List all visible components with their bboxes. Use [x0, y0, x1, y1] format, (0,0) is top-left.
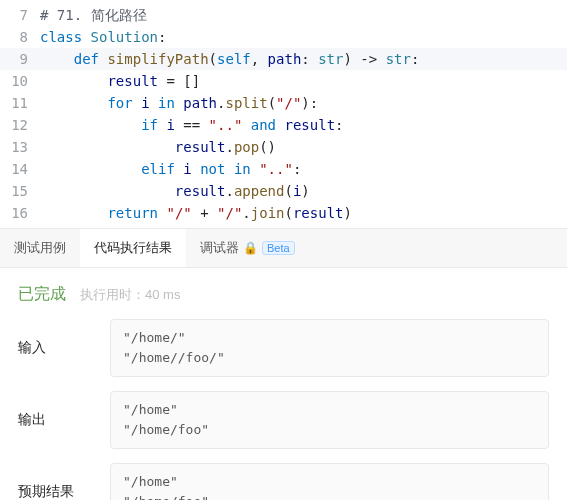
runtime-text: 执行用时：40 ms: [80, 286, 180, 304]
line-number: 10: [0, 70, 40, 92]
code-line[interactable]: 12 if i == ".." and result:: [0, 114, 567, 136]
code-line[interactable]: 8class Solution:: [0, 26, 567, 48]
line-content[interactable]: return "/" + "/".join(result): [40, 202, 567, 224]
line-content[interactable]: # 71. 简化路径: [40, 4, 567, 26]
line-content[interactable]: result.pop(): [40, 136, 567, 158]
line-number: 14: [0, 158, 40, 180]
beta-badge: Beta: [262, 241, 295, 255]
line-number: 16: [0, 202, 40, 224]
result-row: 输入"/home/" "/home//foo/": [18, 319, 549, 377]
line-number: 13: [0, 136, 40, 158]
tab-label: 代码执行结果: [94, 239, 172, 257]
code-editor[interactable]: 7# 71. 简化路径8class Solution:9 def simplif…: [0, 0, 567, 228]
code-line[interactable]: 14 elif i not in "..":: [0, 158, 567, 180]
lock-icon: 🔒: [243, 242, 258, 254]
line-content[interactable]: class Solution:: [40, 26, 567, 48]
line-content[interactable]: result.append(i): [40, 180, 567, 202]
line-content[interactable]: if i == ".." and result:: [40, 114, 567, 136]
result-row: 预期结果"/home" "/home/foo": [18, 463, 549, 500]
code-line[interactable]: 10 result = []: [0, 70, 567, 92]
tab-label: 测试用例: [14, 239, 66, 257]
code-line[interactable]: 7# 71. 简化路径: [0, 4, 567, 26]
line-number: 7: [0, 4, 40, 26]
tab-0[interactable]: 测试用例: [0, 229, 80, 267]
result-row: 输出"/home" "/home/foo": [18, 391, 549, 449]
result-label: 预期结果: [18, 463, 110, 500]
line-content[interactable]: def simplifyPath(self, path: str) -> str…: [40, 48, 567, 70]
result-tabs: 测试用例代码执行结果调试器🔒Beta: [0, 228, 567, 268]
line-number: 12: [0, 114, 40, 136]
result-value-box[interactable]: "/home/" "/home//foo/": [110, 319, 549, 377]
line-content[interactable]: for i in path.split("/"):: [40, 92, 567, 114]
code-line[interactable]: 9 def simplifyPath(self, path: str) -> s…: [0, 48, 567, 70]
code-line[interactable]: 16 return "/" + "/".join(result): [0, 202, 567, 224]
tab-1[interactable]: 代码执行结果: [80, 229, 186, 267]
line-number: 9: [0, 48, 40, 70]
result-label: 输入: [18, 319, 110, 377]
line-content[interactable]: result = []: [40, 70, 567, 92]
tab-label: 调试器: [200, 239, 239, 257]
result-value-box[interactable]: "/home" "/home/foo": [110, 463, 549, 500]
line-number: 8: [0, 26, 40, 48]
code-line[interactable]: 15 result.append(i): [0, 180, 567, 202]
results-panel: 已完成 执行用时：40 ms 输入"/home/" "/home//foo/"输…: [0, 268, 567, 500]
line-content[interactable]: elif i not in "..":: [40, 158, 567, 180]
code-line[interactable]: 11 for i in path.split("/"):: [0, 92, 567, 114]
tab-2[interactable]: 调试器🔒Beta: [186, 229, 309, 267]
result-label: 输出: [18, 391, 110, 449]
result-value-box[interactable]: "/home" "/home/foo": [110, 391, 549, 449]
line-number: 15: [0, 180, 40, 202]
status-text: 已完成: [18, 284, 66, 305]
line-number: 11: [0, 92, 40, 114]
code-line[interactable]: 13 result.pop(): [0, 136, 567, 158]
